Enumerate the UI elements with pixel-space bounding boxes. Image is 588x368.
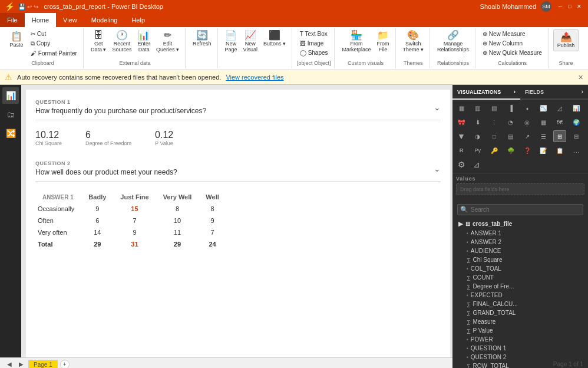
field-answer2[interactable]: ▪ ANSWER 2 — [455, 238, 586, 247]
paste-button[interactable]: 📋 Paste — [6, 29, 27, 50]
buttons-button[interactable]: ⬛ Buttons ▾ — [261, 29, 288, 48]
edit-queries-button[interactable]: ✏ EditQueries ▾ — [154, 29, 181, 54]
viz-pie[interactable]: ◔ — [504, 116, 517, 128]
cut-button[interactable]: ✂ Cut — [28, 29, 80, 38]
publish-button[interactable]: 📤 Publish — [553, 29, 579, 51]
viz-kpi[interactable]: ↗ — [521, 130, 534, 142]
viz-smart-narrative[interactable]: 📝 — [537, 144, 550, 156]
window-controls[interactable]: ─ □ ✕ — [556, 2, 583, 11]
field-grand-total[interactable]: ∑ GRAND_TOTAL — [455, 308, 586, 317]
viz-funnel[interactable]: ⯆ — [455, 130, 468, 142]
minimize-btn[interactable]: ─ — [556, 2, 564, 11]
col-badly: Badly — [81, 191, 113, 203]
viz-stacked-col[interactable]: ⬧ — [521, 102, 534, 114]
viz-key-influencers[interactable]: 🔑 — [488, 144, 501, 156]
viz-python[interactable]: Py — [471, 144, 484, 156]
viz-area[interactable]: ◿ — [553, 102, 566, 114]
viz-matrix[interactable]: ⊟ — [570, 130, 583, 142]
viz-more[interactable]: … — [570, 144, 583, 156]
field-audience[interactable]: ▪ AUDIENCE — [455, 247, 586, 255]
tab-file[interactable]: File — [0, 13, 25, 27]
new-page-button[interactable]: 📄 NewPage — [223, 29, 240, 54]
field-answer1[interactable]: ▪ ANSWER 1 — [455, 229, 586, 238]
switch-theme-button[interactable]: 🎨 SwitchTheme ▾ — [401, 29, 427, 54]
viz-multirow-card[interactable]: ▤ — [504, 130, 517, 142]
search-input[interactable] — [471, 206, 580, 213]
field-col-toal[interactable]: ▪ COL_TOAL — [455, 264, 586, 273]
from-file-button[interactable]: 📁 FromFile — [375, 29, 392, 54]
maximize-btn[interactable]: □ — [566, 2, 574, 11]
copy-button[interactable]: ⧉ Copy — [28, 39, 80, 48]
viz-expand-icon[interactable]: › — [514, 88, 516, 95]
manage-relationships-button[interactable]: 🔗 ManageRelationships — [435, 29, 471, 54]
viz-filter-icon[interactable]: ⊿ — [470, 159, 483, 170]
field-question1[interactable]: ▪ QUESTION 1 — [455, 344, 586, 353]
viz-table[interactable]: ⊞ — [553, 130, 566, 142]
field-count[interactable]: ∑ COUNT — [455, 273, 586, 282]
add-page-btn[interactable]: + — [60, 360, 70, 369]
field-power[interactable]: ▪ POWER — [455, 335, 586, 344]
text-box-button[interactable]: T Text Box — [298, 29, 331, 38]
field-table-cross[interactable]: ▶ ⊞ cross_tab_file — [455, 219, 586, 229]
new-quick-measure-button[interactable]: ⊕ New Quick Measure — [480, 48, 544, 57]
viz-build-icon[interactable]: ⚙ — [455, 159, 468, 170]
nav-model-icon[interactable]: 🔀 — [2, 125, 19, 142]
viz-slicer[interactable]: ☰ — [537, 130, 550, 142]
viz-stacked-bar[interactable]: ▦ — [455, 102, 468, 114]
values-drop[interactable]: Drag data fields here — [456, 183, 584, 195]
viz-donut[interactable]: ◎ — [521, 116, 534, 128]
field-chi-square[interactable]: ∑ Chi Square — [455, 255, 586, 264]
visualizations-tab[interactable]: VISUALIZATIONS › — [452, 85, 520, 100]
close-btn[interactable]: ✕ — [575, 2, 583, 11]
nav-report-icon[interactable]: 📊 — [2, 87, 19, 104]
refresh-button[interactable]: 🔄 Refresh — [190, 29, 214, 48]
new-measure-button[interactable]: ⊕ New Measure — [480, 29, 544, 38]
tab-home[interactable]: Home — [25, 13, 56, 27]
viz-clustered-bar[interactable]: ▥ — [471, 102, 484, 114]
enter-data-button[interactable]: 📊 EnterData — [135, 29, 153, 54]
notification-close-btn[interactable]: ✕ — [578, 74, 583, 81]
viz-scatter[interactable]: ⁚ — [488, 116, 501, 128]
tab-modeling[interactable]: Modeling — [84, 13, 125, 27]
field-measure[interactable]: ∑ Measure — [455, 317, 586, 326]
fields-tab[interactable]: FIELDS › — [520, 85, 588, 100]
field-final-calc[interactable]: ∑ FINAL_CALCU... — [455, 300, 586, 308]
viz-ribbon[interactable]: 🎀 — [455, 116, 468, 128]
viz-treemap[interactable]: ▦ — [537, 116, 550, 128]
viz-filled-map[interactable]: 🌍 — [570, 116, 583, 128]
new-column-button[interactable]: ⊕ New Column — [480, 39, 544, 48]
new-visual-button[interactable]: 📈 NewVisual — [241, 29, 260, 54]
viz-line-col[interactable]: 📊 — [570, 102, 583, 114]
viz-decomp-tree[interactable]: 🌳 — [504, 144, 517, 156]
viz-paginated[interactable]: 📋 — [553, 144, 566, 156]
tab-view[interactable]: View — [56, 13, 84, 27]
field-question2[interactable]: ▪ QUESTION 2 — [455, 353, 586, 362]
next-page-btn[interactable]: ▶ — [16, 360, 26, 369]
field-dof[interactable]: ∑ Degree of Fre... — [455, 282, 586, 291]
viz-stacked-bar100[interactable]: ▤ — [488, 102, 501, 114]
viz-waterfall[interactable]: ⬇ — [471, 116, 484, 128]
tab-help[interactable]: Help — [124, 13, 152, 27]
image-button[interactable]: 🖼 Image — [298, 39, 331, 48]
viz-qa[interactable]: ❓ — [521, 144, 534, 156]
viz-clustered-col[interactable]: ▐ — [504, 102, 517, 114]
prev-page-btn[interactable]: ◀ — [5, 360, 14, 369]
field-p-value[interactable]: ∑ P Value — [455, 326, 586, 335]
fields-expand-icon[interactable]: › — [582, 88, 583, 95]
recent-sources-button[interactable]: 🕐 RecentSources — [110, 29, 134, 54]
format-painter-button[interactable]: 🖌 Format Painter — [28, 49, 80, 58]
view-recovered-link[interactable]: View recovered files — [226, 74, 283, 81]
get-data-button[interactable]: 🗄 GetData ▾ — [88, 29, 109, 54]
marketplace-button[interactable]: 🏪 FromMarketplace — [339, 29, 373, 54]
viz-line[interactable]: 📉 — [537, 102, 550, 114]
page1-tab[interactable]: Page 1 — [28, 360, 58, 369]
question2-chevron[interactable]: ⌄ — [434, 164, 441, 173]
question1-chevron[interactable]: ⌄ — [434, 103, 441, 112]
viz-card[interactable]: □ — [488, 130, 501, 142]
viz-gauge[interactable]: ◑ — [471, 130, 484, 142]
viz-map[interactable]: 🗺 — [553, 116, 566, 128]
nav-data-icon[interactable]: 🗂 — [2, 106, 19, 123]
viz-r-visual[interactable]: R — [455, 144, 468, 156]
shapes-button[interactable]: ◯ Shapes — [298, 48, 331, 57]
field-expected[interactable]: ▪ EXPECTED — [455, 291, 586, 300]
